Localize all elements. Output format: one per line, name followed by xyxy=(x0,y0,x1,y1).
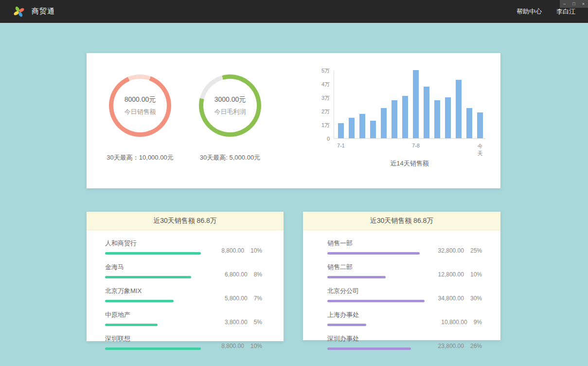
ring-center: 3000.00元 今日毛利润 xyxy=(203,79,257,132)
ranking-row: 金海马6,800.008% xyxy=(105,259,262,283)
ranking-name: 中原地产 xyxy=(105,311,225,319)
department-ranking-title: 近30天销售额 86.8万 xyxy=(303,212,500,230)
app-header: 商贸通 帮助中心 李白江 xyxy=(0,0,588,23)
chart-bar xyxy=(402,96,408,138)
chart-bar xyxy=(413,70,419,138)
ranking-bar xyxy=(105,276,191,278)
today-profit-block: 3000.00元 今日毛利润 30天最高: 5,000.00元 xyxy=(181,74,279,162)
ranking-bar xyxy=(105,348,201,350)
y-tick-label: 1万 xyxy=(315,122,330,128)
today-sales-footnote: 30天最高：10,000.00元 xyxy=(91,153,189,162)
department-ranking-list: 销售一部32,800.0025%销售二部12,800.0010%北京分公司34,… xyxy=(303,230,500,354)
today-sales-value: 8000.00元 xyxy=(125,95,156,104)
ranking-bar xyxy=(105,300,174,302)
chart-bar xyxy=(381,108,387,138)
ranking-value: 8,800.0010% xyxy=(221,247,262,255)
y-tick-label: 5万 xyxy=(315,67,330,74)
ranking-value: 32,800.0025% xyxy=(438,247,482,255)
bar-chart-title: 近14天销售额 xyxy=(334,159,485,168)
ranking-name: 上海办事处 xyxy=(327,311,441,319)
ranking-name: 金海马 xyxy=(105,263,225,272)
chart-bar xyxy=(349,118,355,138)
today-sales-ring: 8000.00元 今日销售额 xyxy=(109,74,171,137)
bar-chart: 5万4万3万2万1万07-17-8今天 xyxy=(334,71,485,139)
help-center-link[interactable]: 帮助中心 xyxy=(517,7,542,16)
maximize-button[interactable]: □ xyxy=(572,0,575,8)
chart-bar xyxy=(338,123,344,138)
window-controls: – □ × xyxy=(560,0,588,8)
today-sales-block: 8000.00元 今日销售额 30天最高：10,000.00元 xyxy=(91,74,189,162)
ranking-value: 12,800.0010% xyxy=(438,271,482,278)
ranking-bar xyxy=(327,324,366,326)
y-tick-label: 2万 xyxy=(315,108,330,115)
ranking-bar xyxy=(327,300,425,302)
ranking-row: 北京万象MIX5,800.007% xyxy=(105,283,262,307)
customer-ranking-title: 近30天销售额 86.8万 xyxy=(87,212,284,230)
ranking-row: 销售一部32,800.0025% xyxy=(327,235,482,259)
ranking-bar xyxy=(105,324,158,326)
ranking-row: 上海办事处10,800.009% xyxy=(327,307,482,330)
customer-ranking-card: 近30天销售额 86.8万 人和商贸行8,800.0010%金海马6,800.0… xyxy=(87,212,284,341)
chart-bar xyxy=(456,80,462,138)
today-profit-ring: 3000.00元 今日毛利润 xyxy=(199,74,261,137)
ranking-name: 销售二部 xyxy=(327,263,438,272)
ranking-row: 深圳办事处23,800.0026% xyxy=(327,330,482,354)
ranking-name: 深圳联想 xyxy=(105,334,221,343)
today-profit-footnote: 30天最高: 5,000.00元 xyxy=(181,153,279,162)
ranking-value: 8,800.0010% xyxy=(221,343,262,350)
ranking-value: 6,800.008% xyxy=(225,271,262,278)
chart-bar xyxy=(477,112,483,138)
ranking-row: 中原地产3,800.005% xyxy=(105,307,262,330)
minimize-button[interactable]: – xyxy=(563,0,566,8)
user-name-link[interactable]: 李白江 xyxy=(556,7,575,16)
summary-card: 8000.00元 今日销售额 30天最高：10,000.00元 3000.00元… xyxy=(87,53,500,188)
ranking-value: 34,800.0030% xyxy=(438,295,482,302)
app-title: 商贸通 xyxy=(32,7,55,16)
chart-bar xyxy=(445,97,451,138)
x-tick-label: 今天 xyxy=(478,143,483,157)
chart-bar xyxy=(370,121,376,138)
today-profit-label: 今日毛利润 xyxy=(214,108,246,116)
chart-bar xyxy=(359,114,365,138)
chart-bar xyxy=(466,108,472,138)
ranking-name: 北京分公司 xyxy=(327,287,438,295)
department-ranking-card: 近30天销售额 86.8万 销售一部32,800.0025%销售二部12,800… xyxy=(303,212,500,340)
y-tick-label: 4万 xyxy=(315,81,330,88)
ranking-bar xyxy=(327,348,411,350)
chart-bar xyxy=(434,100,440,138)
ranking-name: 深圳办事处 xyxy=(327,334,438,343)
y-tick-label: 3万 xyxy=(315,94,330,101)
ranking-name: 销售一部 xyxy=(327,239,438,248)
x-tick-label: 7-1 xyxy=(337,143,345,148)
ranking-value: 10,800.009% xyxy=(441,319,482,326)
ranking-name: 北京万象MIX xyxy=(105,287,225,295)
today-profit-value: 3000.00元 xyxy=(214,95,246,104)
chart-bar xyxy=(424,87,429,138)
ranking-name: 人和商贸行 xyxy=(105,239,221,248)
ranking-row: 深圳联想8,800.0010% xyxy=(105,330,262,354)
ranking-value: 3,800.005% xyxy=(225,319,262,326)
ranking-row: 人和商贸行8,800.0010% xyxy=(105,235,262,259)
ranking-value: 5,800.007% xyxy=(225,295,262,302)
ranking-bar xyxy=(327,276,386,278)
y-tick-label: 0 xyxy=(315,135,330,142)
ranking-bar xyxy=(327,252,420,255)
ranking-row: 销售二部12,800.0010% xyxy=(327,259,482,283)
app-logo-icon xyxy=(13,5,25,18)
ranking-bar xyxy=(105,252,201,255)
ranking-value: 23,800.0026% xyxy=(438,343,482,350)
x-tick-label: 7-8 xyxy=(412,143,420,148)
bar-chart-plot xyxy=(334,71,485,138)
ranking-row: 北京分公司34,800.0030% xyxy=(327,283,482,307)
close-button[interactable]: × xyxy=(582,0,585,8)
chart-bar xyxy=(392,100,397,138)
today-sales-label: 今日销售额 xyxy=(125,108,156,116)
customer-ranking-list: 人和商贸行8,800.0010%金海马6,800.008%北京万象MIX5,80… xyxy=(87,230,284,354)
ring-center: 8000.00元 今日销售额 xyxy=(113,79,167,132)
